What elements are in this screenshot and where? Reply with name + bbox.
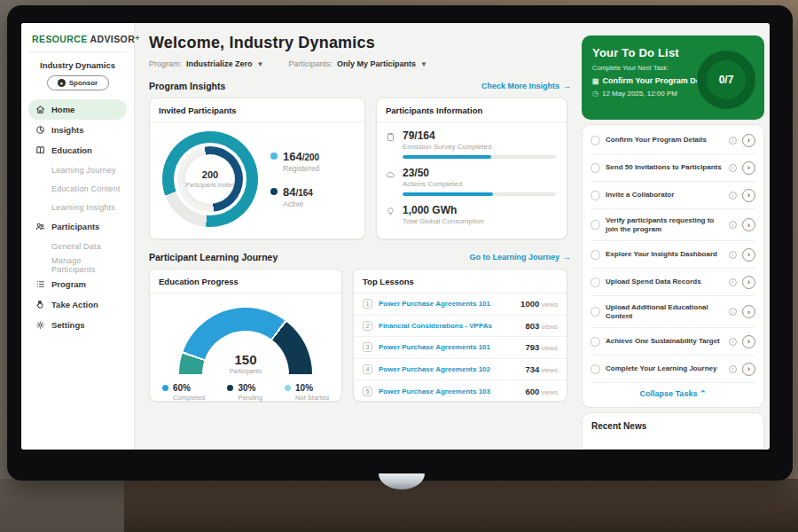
info-icon[interactable]: i bbox=[729, 308, 737, 316]
chevron-right-icon[interactable]: › bbox=[742, 248, 755, 262]
task-label: Send 50 Invitations to Participants bbox=[606, 163, 724, 172]
lesson-row: 4 Power Purchase Agreements 102 734views bbox=[354, 359, 567, 381]
insights-icon bbox=[35, 125, 45, 136]
lesson-link[interactable]: Financial Considerations - VPPAs bbox=[379, 322, 519, 330]
sponsor-badge[interactable]: ● Sponsor bbox=[47, 75, 109, 90]
legend-item-completed: 60% Completed bbox=[162, 383, 205, 402]
collapse-tasks-link[interactable]: Collapse Tasks ⌃ bbox=[591, 383, 755, 405]
chevron-right-icon[interactable]: › bbox=[742, 134, 755, 147]
go-to-learning-journey-link[interactable]: Go to Learning Journey → bbox=[469, 253, 571, 262]
lightbulb-icon bbox=[386, 204, 396, 225]
brand-logo-resource: RESOURCE bbox=[32, 34, 88, 44]
lesson-link[interactable]: Power Purchase Agreements 103 bbox=[379, 387, 519, 395]
cloud-icon bbox=[386, 167, 396, 196]
info-icon[interactable]: i bbox=[729, 192, 737, 200]
views-suffix: views bbox=[541, 301, 558, 309]
task-checkbox[interactable] bbox=[591, 136, 600, 145]
participants-label: Participants: bbox=[288, 59, 332, 68]
sidebar-item-general-data[interactable]: General Data bbox=[28, 237, 127, 255]
chevron-right-icon[interactable]: › bbox=[742, 218, 755, 231]
task-checkbox[interactable] bbox=[591, 278, 600, 287]
chevron-up-icon: ⌃ bbox=[700, 389, 707, 398]
legend-total: /200 bbox=[302, 153, 319, 162]
info-icon[interactable]: i bbox=[729, 137, 737, 145]
participants-dropdown[interactable]: Participants: Only My Participants ▼ bbox=[288, 59, 426, 68]
recent-news-title: Recent News bbox=[591, 421, 755, 431]
book-icon bbox=[35, 145, 45, 156]
invited-participants-card: Invited Participants 200 Participants In… bbox=[149, 98, 365, 239]
sidebar-item-home[interactable]: Home bbox=[28, 99, 127, 120]
legend-value: 10% bbox=[295, 383, 329, 393]
task-checkbox[interactable] bbox=[591, 163, 600, 173]
org-name: Industry Dynamics bbox=[28, 60, 127, 70]
lesson-link[interactable]: Power Purchase Agreements 101 bbox=[379, 343, 519, 351]
sidebar-item-insights[interactable]: Insights bbox=[28, 120, 127, 140]
sidebar-item-education-content[interactable]: Education Content bbox=[28, 179, 127, 198]
lesson-link[interactable]: Power Purchase Agreements 101 bbox=[379, 300, 514, 308]
views-suffix: views bbox=[541, 323, 558, 331]
task-checkbox[interactable] bbox=[591, 250, 600, 260]
stat-value: 79/164 bbox=[403, 129, 556, 142]
views-count: 803 bbox=[525, 321, 539, 331]
info-icon[interactable]: i bbox=[729, 338, 737, 346]
lesson-row: 1 Power Purchase Agreements 101 1000view… bbox=[354, 293, 567, 316]
check-more-insights-link[interactable]: Check More Insights → bbox=[481, 82, 571, 90]
task-checkbox[interactable] bbox=[591, 337, 600, 347]
task-label: Verify participants requesting to join t… bbox=[606, 216, 724, 234]
sidebar-item-learning-insights[interactable]: Learning Insights bbox=[28, 198, 127, 216]
lesson-rank: 3 bbox=[363, 342, 372, 352]
info-icon[interactable]: i bbox=[729, 278, 737, 286]
lesson-row: 5 Power Purchase Agreements 103 600views bbox=[354, 380, 567, 403]
sidebar-item-label: Program bbox=[51, 279, 86, 289]
info-icon[interactable]: i bbox=[729, 221, 737, 229]
chevron-right-icon[interactable]: › bbox=[742, 305, 755, 318]
task-label: Explore Your Insights Dashboard bbox=[606, 250, 724, 259]
top-lessons-card: Top Lessons 1 Power Purchase Agreements … bbox=[353, 269, 567, 402]
sidebar-item-take-action[interactable]: Take Action bbox=[28, 294, 127, 315]
donut-center-label: Participants Invited bbox=[186, 182, 235, 189]
task-row: Verify participants requesting to join t… bbox=[591, 209, 755, 241]
task-checkbox[interactable] bbox=[591, 307, 600, 317]
learning-journey-header: Participant Learning Journey Go to Learn… bbox=[149, 252, 571, 262]
info-icon[interactable]: i bbox=[729, 365, 737, 373]
task-checkbox[interactable] bbox=[591, 220, 600, 230]
lesson-row: 2 Financial Considerations - VPPAs 803vi… bbox=[354, 316, 567, 338]
chevron-right-icon[interactable]: › bbox=[742, 335, 755, 348]
gauge-legend: 60% Completed 30% Pending bbox=[160, 383, 331, 402]
sidebar-item-learning-journey[interactable]: Learning Journey bbox=[28, 160, 127, 179]
lesson-link[interactable]: Power Purchase Agreements 102 bbox=[379, 365, 519, 373]
sidebar-item-label: Settings bbox=[51, 320, 84, 330]
todo-column: Your To Do List Complete Your Next Task:… bbox=[582, 23, 770, 450]
task-checkbox[interactable] bbox=[591, 364, 600, 374]
collapse-label: Collapse Tasks bbox=[640, 389, 698, 398]
todo-due-label: 12 May 2025, 12:00 PM bbox=[602, 90, 677, 98]
stat-emission-survey: 79/164 Emission Survey Completed bbox=[386, 129, 556, 159]
info-icon[interactable]: i bbox=[729, 164, 737, 172]
sidebar-item-program[interactable]: Program bbox=[28, 274, 127, 294]
legend-label: Not Started bbox=[295, 394, 329, 402]
chevron-right-icon[interactable]: › bbox=[742, 276, 755, 289]
todo-progress-value: 0/7 bbox=[707, 60, 746, 99]
sidebar-item-settings[interactable]: Settings bbox=[28, 315, 127, 335]
donut-legend: 164/200 Registered 84/164 Active bbox=[270, 150, 319, 208]
participants-value: Only My Participants bbox=[337, 59, 416, 68]
sidebar-item-label: Take Action bbox=[51, 300, 98, 309]
task-row: Invite a Collaborator i › bbox=[591, 182, 755, 209]
chevron-right-icon[interactable]: › bbox=[742, 189, 755, 202]
chevron-right-icon[interactable]: › bbox=[742, 363, 755, 376]
sidebar-item-participants[interactable]: Participants bbox=[28, 216, 127, 237]
task-checkbox[interactable] bbox=[591, 191, 600, 200]
participants-information-card: Participants Information 79/164 Emission… bbox=[376, 98, 567, 239]
sidebar-item-label: Insights bbox=[51, 125, 83, 135]
invited-donut-chart: 200 Participants Invited bbox=[162, 131, 258, 227]
card-title: Education Progress bbox=[150, 270, 341, 293]
sidebar-item-education[interactable]: Education bbox=[28, 140, 127, 160]
task-label: Upload Spend Data Records bbox=[606, 278, 724, 286]
legend-label: Active bbox=[283, 200, 313, 208]
program-value: Industrialize Zero bbox=[186, 59, 253, 68]
info-icon[interactable]: i bbox=[729, 251, 737, 259]
program-dropdown[interactable]: Program: Industrialize Zero ▼ bbox=[149, 59, 263, 68]
lesson-row: 3 Power Purchase Agreements 101 793views bbox=[354, 337, 567, 359]
chevron-right-icon[interactable]: › bbox=[742, 161, 755, 175]
sidebar-item-manage-participants[interactable]: Manage Participants bbox=[28, 255, 127, 274]
